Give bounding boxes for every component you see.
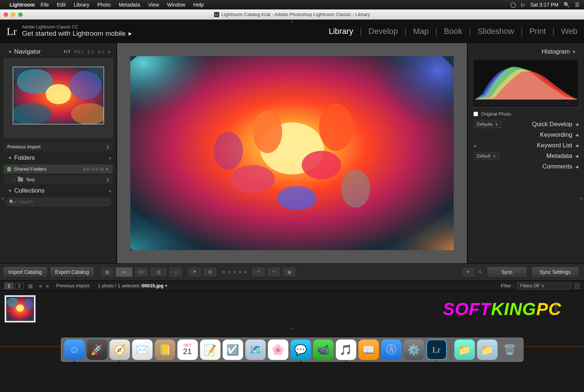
dock-appstore[interactable]: Ⓐ	[381, 339, 402, 360]
menu-edit[interactable]: Edit	[57, 2, 66, 8]
dock-folder1[interactable]: 📁	[454, 339, 475, 360]
people-view-icon[interactable]: ☺	[169, 267, 182, 277]
module-web[interactable]: Web	[561, 27, 577, 36]
navigator-header[interactable]: ▼ Navigator FIT FILL 1:1 3:1 ♦	[2, 46, 114, 58]
close-button[interactable]	[4, 12, 8, 17]
add-folder-icon[interactable]: +.	[109, 155, 111, 161]
menu-metadata[interactable]: Metadata	[119, 2, 140, 8]
histogram-header[interactable]: Histogram ▼	[470, 46, 582, 58]
metadata-header[interactable]: Default▲▼ Metadata ◀	[470, 151, 582, 161]
spotlight-icon[interactable]: 🔍	[564, 2, 570, 8]
expand-icon[interactable]: ▹	[14, 178, 16, 182]
module-print[interactable]: Print	[529, 27, 546, 36]
left-panel-grip[interactable]: ◀	[1, 196, 4, 200]
dock-itunes[interactable]: 🎵	[336, 339, 356, 360]
face-tag-icon[interactable]: ▣	[282, 267, 296, 277]
loupe-view-icon[interactable]: ▭	[115, 267, 133, 277]
cc-icon[interactable]: ◯	[510, 2, 516, 8]
compare-view-icon[interactable]: X|Y	[134, 267, 148, 277]
menu-photo[interactable]: Photo	[97, 2, 111, 8]
dock-mail[interactable]: ✉️	[132, 339, 153, 360]
menu-file[interactable]: File	[41, 2, 49, 8]
bottom-panel-grip[interactable]: ▼	[0, 327, 584, 330]
comments-header[interactable]: Comments ◀	[470, 161, 582, 172]
dock-preferences[interactable]: ⚙️	[404, 339, 424, 360]
nav-3to1[interactable]: 3:1	[98, 50, 104, 54]
grid-toggle-icon[interactable]: ▦	[28, 283, 33, 289]
sync-button[interactable]: Sync	[487, 267, 527, 277]
dock-ibooks[interactable]: 📖	[358, 339, 379, 360]
list-icon[interactable]: ☰	[575, 2, 580, 8]
dock-launchpad[interactable]: 🚀	[87, 339, 107, 360]
export-catalog-button[interactable]: Export Catalog	[50, 267, 95, 277]
volume-row[interactable]: Shared Folders 4.3 / 4.4 TB ▼	[4, 164, 113, 174]
dock-notes[interactable]: 📝	[200, 339, 220, 360]
menubar-clock[interactable]: Sat 3:17 PM	[530, 2, 558, 8]
rating-stars[interactable]: ★★★★★	[221, 269, 249, 275]
screen-1[interactable]: 1	[4, 283, 14, 289]
rotate-ccw-icon[interactable]: ↶	[251, 267, 265, 277]
collections-header[interactable]: ▼ Collections +.	[2, 185, 114, 197]
flag-reject-icon[interactable]: ⊠	[203, 267, 217, 277]
menu-library[interactable]: Library	[74, 2, 89, 8]
volume-menu-icon[interactable]: ▼	[105, 167, 109, 171]
menu-window[interactable]: Window	[167, 2, 185, 8]
module-develop[interactable]: Develop	[368, 27, 398, 36]
histogram[interactable]	[474, 61, 577, 100]
dock-finder[interactable]: ☺	[64, 339, 85, 360]
right-panel-grip[interactable]: ▶	[580, 196, 583, 200]
nav-back-icon[interactable]: ◄	[37, 283, 42, 289]
folder-row[interactable]: ▹ Test 1	[4, 175, 113, 184]
minimize-button[interactable]	[11, 12, 15, 17]
dock-facetime[interactable]: 📹	[313, 339, 334, 360]
keyword-list-header[interactable]: + Keyword List ◀	[470, 140, 582, 151]
filmstrip-thumb[interactable]	[4, 295, 36, 323]
nav-fwd-icon[interactable]: ►	[45, 283, 50, 289]
module-map[interactable]: Map	[413, 27, 429, 36]
toolbar-menu-icon[interactable]: ▼	[461, 267, 475, 277]
menu-app-name[interactable]: Lightroom	[9, 2, 35, 8]
dock-safari[interactable]: 🧭	[110, 339, 130, 360]
dock-photos[interactable]: 🌸	[268, 339, 288, 360]
dock-reminders[interactable]: ☑️	[223, 339, 243, 360]
rotate-cw-icon[interactable]: ↷	[267, 267, 281, 277]
quickdev-preset-dropdown[interactable]: Defaults▲▼	[473, 121, 502, 128]
screen-2[interactable]: 2	[15, 283, 24, 289]
quick-develop-header[interactable]: Defaults▲▼ Quick Develop ◀	[470, 119, 582, 129]
nav-zoom-stepper[interactable]: ♦	[108, 50, 111, 54]
dock-trash[interactable]: 🗑️	[500, 339, 520, 360]
collections-search[interactable]: 🔍▾ Search	[5, 198, 111, 206]
zoom-button[interactable]	[18, 12, 23, 17]
loupe-view[interactable]	[117, 43, 467, 263]
nav-fit[interactable]: FIT	[64, 50, 71, 54]
top-panel-grip[interactable]: ▲	[291, 20, 294, 23]
filter-dropdown[interactable]: Filters Off▲▼	[517, 282, 572, 290]
menu-help[interactable]: Help	[193, 2, 204, 8]
dock-messages[interactable]: 💬	[291, 339, 311, 360]
import-catalog-button[interactable]: Import Catalog	[3, 267, 47, 277]
dock-folder2[interactable]: 📁	[477, 339, 497, 360]
source-crumb[interactable]: Previous Import	[56, 283, 89, 288]
original-photo-checkbox[interactable]	[473, 112, 478, 116]
keywording-header[interactable]: Keywording ◀	[470, 129, 582, 140]
grid-view-icon[interactable]: ▦	[100, 267, 114, 277]
nav-fill[interactable]: FILL	[74, 50, 84, 54]
mobile-cta[interactable]: Get started with Lightroom mobile ▸	[22, 29, 132, 38]
survey-view-icon[interactable]: ▥	[150, 267, 167, 277]
menu-view[interactable]: View	[148, 2, 159, 8]
dock-calendar[interactable]: OCT21	[177, 339, 198, 360]
filmstrip[interactable]: SOFTKINGPC.com	[0, 291, 584, 327]
module-slideshow[interactable]: Slideshow	[477, 27, 514, 36]
navigator-preview[interactable]	[4, 58, 113, 138]
module-book[interactable]: Book	[444, 27, 462, 36]
status-icon[interactable]: ▷	[521, 2, 525, 8]
dock-maps[interactable]: 🗺️	[245, 339, 266, 360]
module-library[interactable]: Library	[328, 27, 353, 36]
sync-settings-button[interactable]: Sync Settings	[531, 267, 579, 277]
flag-pick-icon[interactable]: ⚑	[188, 267, 201, 277]
dock-contacts[interactable]: 📒	[155, 339, 175, 360]
metadata-preset-dropdown[interactable]: Default▲▼	[473, 152, 499, 160]
nav-1to1[interactable]: 1:1	[88, 50, 94, 54]
sync-lock-icon[interactable]: ⇅	[477, 268, 483, 276]
folders-header[interactable]: ▼ Folders +.	[2, 152, 114, 164]
